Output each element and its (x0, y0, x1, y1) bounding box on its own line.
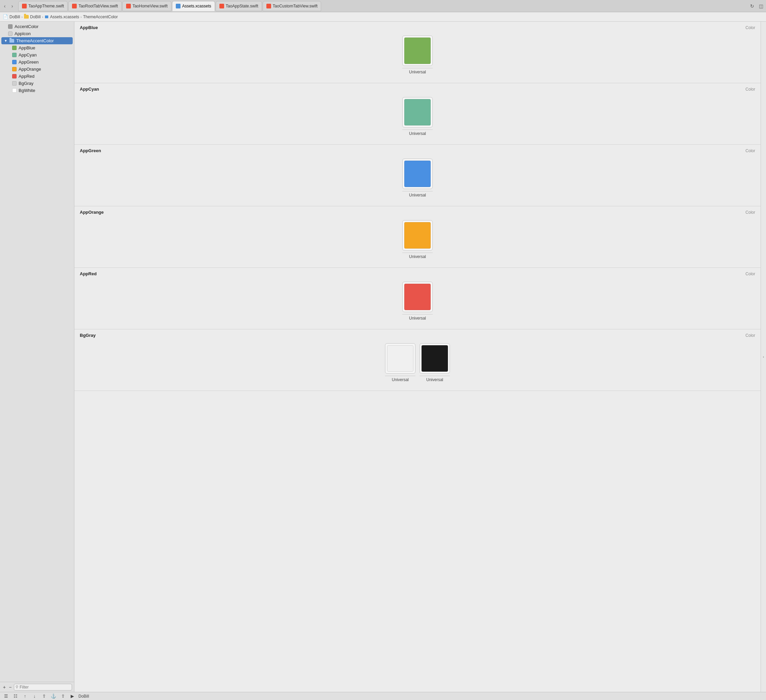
color-section-body-bggray: UniversalUniversal (74, 340, 761, 391)
tab-assets[interactable]: Assets.xcassets (172, 1, 215, 11)
tab-taoappstate[interactable]: TaoAppState.swift (216, 1, 262, 11)
tab-bar: ‹ › TaoAppTheme.swiftTaoRootTabView.swif… (0, 0, 766, 12)
breadcrumb-folder[interactable]: DoBill (24, 14, 41, 19)
sidebar-item-apporange[interactable]: AppOrange (2, 66, 73, 73)
tab-nav-back[interactable]: ‹ (2, 3, 8, 10)
right-panel-toggle[interactable]: › (761, 22, 766, 692)
color-swatch-appblue (12, 46, 17, 50)
color-swatch-appred (12, 74, 17, 78)
split-editor-button[interactable]: ◫ (757, 2, 764, 10)
color-section-title-appgreen: AppGreen (80, 148, 101, 153)
sidebar-item-label-appcyan: AppCyan (19, 52, 36, 57)
color-section-type-apporange: Color (745, 210, 755, 215)
color-section-title-apporange: AppOrange (80, 210, 104, 215)
status-share-btn[interactable]: ⇧ (60, 693, 66, 700)
spacer (80, 97, 398, 139)
status-location-btn[interactable]: ▶ (69, 693, 76, 700)
color-box-bggray (387, 345, 413, 372)
status-inspector-btn[interactable]: ☷ (12, 693, 19, 700)
status-structure-btn[interactable]: ☰ (3, 693, 9, 700)
tabs-container: TaoAppTheme.swiftTaoRootTabView.swiftTao… (18, 1, 748, 11)
spacer (80, 282, 398, 324)
status-up-btn[interactable]: ↑ (22, 693, 28, 700)
color-slot-apporange-Universal[interactable]: Universal (402, 220, 433, 262)
color-section-title-appcyan: AppCyan (80, 87, 99, 92)
breadcrumb-themeaccent[interactable]: ThemeAccentColor (83, 14, 118, 19)
assets-icon: ⯀ (44, 14, 49, 19)
chevron-icon: ▼ (4, 39, 8, 43)
color-section-appred: AppRedColorUniversal (74, 268, 761, 329)
color-section-body-appgreen: Universal (74, 155, 761, 206)
content-area: AppBlueColorUniversalAppCyanColorUnivers… (74, 22, 761, 692)
color-section-header-appcyan: AppCyanColor (74, 83, 761, 93)
color-box-bggray (421, 345, 448, 372)
color-section-header-appred: AppRedColor (74, 268, 761, 278)
filter-input[interactable] (20, 685, 70, 689)
sidebar-item-accentcolor[interactable]: AccentColor (2, 23, 73, 30)
tab-taohomeview[interactable]: TaoHomeView.swift (122, 1, 171, 11)
tab-taoapptheme[interactable]: TaoAppTheme.swift (18, 1, 68, 11)
color-box-appred (404, 284, 430, 310)
color-slot-bggray-Universal(Light)[interactable]: Universal (385, 343, 415, 385)
color-box-apporange (404, 222, 430, 249)
filter-input-wrap[interactable]: ⚲ (14, 684, 72, 690)
tab-label-assets: Assets.xcassets (182, 4, 211, 8)
remove-item-button[interactable]: − (8, 684, 13, 690)
color-slot-appred-Universal[interactable]: Universal (402, 282, 433, 324)
tab-label-taorootabview: TaoRootTabView.swift (78, 4, 118, 8)
breadcrumb-themeaccent-label: ThemeAccentColor (83, 14, 118, 19)
spacer (80, 220, 398, 262)
sidebar-item-themeaccentcolor[interactable]: ▼ThemeAccentColor (2, 37, 73, 44)
sidebar-item-label-appred: AppRed (19, 74, 35, 79)
refresh-button[interactable]: ↻ (749, 2, 756, 10)
sidebar-item-label-apporange: AppOrange (19, 67, 41, 72)
color-slot-appcyan-Universal[interactable]: Universal (402, 97, 433, 139)
color-section-header-appblue: AppBlueColor (74, 22, 761, 32)
color-box-wrap (402, 97, 433, 127)
spacer2 (437, 158, 755, 201)
sidebar-item-bggray[interactable]: BgGray (2, 80, 73, 87)
color-slot-appblue-Universal[interactable]: Universal (402, 35, 433, 78)
tab-icon-taorootabview (72, 4, 77, 8)
color-box-wrap (402, 35, 433, 66)
color-slot-label: Universal (385, 376, 415, 382)
sidebar-item-label-themeaccentcolor: ThemeAccentColor (16, 38, 54, 43)
sidebar-item-appgreen[interactable]: AppGreen (2, 59, 73, 66)
sidebar-item-appblue[interactable]: AppBlue (2, 44, 73, 51)
tab-taorootabview[interactable]: TaoRootTabView.swift (68, 1, 122, 11)
color-box-wrap (385, 343, 415, 374)
color-section-type-appred: Color (745, 272, 755, 276)
status-bookmark-btn[interactable]: ⚓ (50, 693, 57, 700)
status-top-btn[interactable]: ⇧ (41, 693, 47, 700)
sidebar-item-appicon[interactable]: AppIcon (2, 30, 73, 37)
spacer (80, 343, 381, 385)
appicon-swatch (8, 32, 13, 36)
color-swatch-appgreen (12, 60, 17, 64)
sidebar-item-bgwhite[interactable]: BgWhite (2, 87, 73, 94)
add-item-button[interactable]: + (2, 684, 7, 690)
sidebar: AccentColorAppIcon▼ThemeAccentColorAppBl… (0, 22, 74, 692)
sidebar-item-appcyan[interactable]: AppCyan (2, 51, 73, 59)
spacer2 (437, 97, 755, 139)
tab-nav-forward[interactable]: › (9, 3, 16, 10)
sidebar-list: AccentColorAppIcon▼ThemeAccentColorAppBl… (0, 22, 74, 682)
color-box-appgreen (404, 161, 430, 187)
breadcrumb: 📄 DoBill › DoBill › ⯀ Assets.xcassets › … (0, 12, 766, 22)
color-section-type-appgreen: Color (745, 149, 755, 153)
tab-taocustomtabview[interactable]: TaoCustomTabView.swift (263, 1, 321, 11)
breadcrumb-project[interactable]: 📄 DoBill (3, 14, 20, 19)
status-down-btn[interactable]: ↓ (31, 693, 38, 700)
sidebar-toolbar: + − ⚲ (0, 682, 74, 692)
tab-icon-taoappstate (219, 4, 224, 8)
color-section-appcyan: AppCyanColorUniversal (74, 83, 761, 145)
breadcrumb-assets[interactable]: ⯀ Assets.xcassets (44, 14, 79, 19)
color-section-bggray: BgGrayColorUniversalUniversal (74, 329, 761, 391)
color-slot-label: Universal (419, 376, 450, 382)
sidebar-item-appred[interactable]: AppRed (2, 73, 73, 80)
color-swatch-bggray (12, 81, 17, 86)
color-slot-label: Universal (402, 68, 433, 74)
color-slot-appgreen-Universal[interactable]: Universal (402, 158, 433, 201)
color-slot-bggray-Universal(Dark)[interactable]: Universal (419, 343, 450, 385)
color-section-appblue: AppBlueColorUniversal (74, 22, 761, 83)
color-section-title-appred: AppRed (80, 271, 97, 276)
